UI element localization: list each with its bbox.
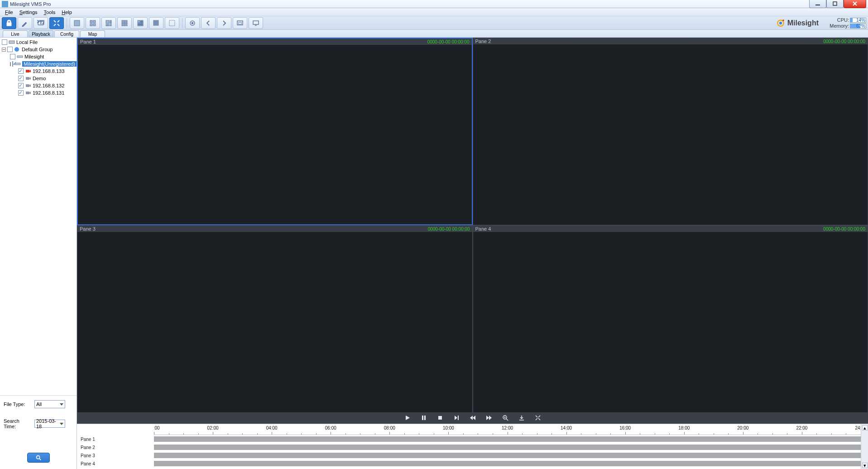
svg-rect-38 [155,20,156,21]
timeline-tick-label: 22:00 [796,425,807,430]
timeline-scrollbar[interactable]: ▴ ▾ [861,424,868,469]
timeline-track[interactable] [154,459,861,468]
maximize-button[interactable] [826,0,844,8]
checkbox[interactable] [18,76,24,81]
draw-button[interactable] [18,17,32,29]
svg-rect-49 [153,24,154,25]
tree-camera-3[interactable]: 192.168.8.132 [0,82,77,89]
collapse-icon[interactable] [10,62,11,66]
video-area: Pane 10000-00-00 00:00:00 Pane 20000-00-… [77,38,868,469]
tab-playback[interactable]: Playback [29,30,53,37]
svg-rect-35 [140,24,142,26]
tree-milesight[interactable]: Milesight [0,53,77,60]
tree-camera-4[interactable]: 192.168.8.131 [0,89,77,97]
play-button[interactable] [404,415,411,422]
tree-camera-1[interactable]: 192.168.8.133 [0,68,77,75]
svg-rect-64 [17,56,23,58]
rewind-button[interactable] [470,415,476,422]
timeline-tick-label: 02:00 [207,425,219,430]
fullscreen-playback-button[interactable] [535,415,541,422]
tree-local-file[interactable]: Local File [0,39,77,46]
checkbox[interactable] [18,68,24,74]
stop-button[interactable] [437,415,443,422]
svg-rect-8 [93,24,96,26]
timeline-track[interactable] [154,435,861,443]
prev-page-button[interactable] [201,17,216,29]
svg-rect-33 [138,24,139,26]
svg-rect-39 [156,20,157,21]
checkbox[interactable] [10,54,15,59]
svg-rect-10 [110,20,111,22]
pane-2[interactable]: Pane 20000-00-00 00:00:00 [473,38,868,225]
svg-rect-29 [138,23,139,24]
svg-rect-20 [126,22,127,24]
svg-marker-69 [29,77,31,80]
svg-marker-82 [473,416,475,420]
tree-default-group[interactable]: Default Group [0,46,77,53]
scroll-down-icon[interactable]: ▾ [862,463,868,468]
chevron-down-icon [60,403,63,406]
tab-map[interactable]: Map [80,30,105,37]
brand-logo: Milesight [777,19,819,27]
tree-camera-demo[interactable]: Demo [0,75,77,82]
timeline-track[interactable] [154,451,861,459]
snapshot-button[interactable] [233,17,247,29]
camera-icon [25,76,31,81]
next-page-button[interactable] [217,17,231,29]
pane-timestamp: 0000-00-00 00:00:00 [428,227,470,232]
fast-forward-button[interactable] [486,415,492,422]
layout-1-button[interactable] [70,17,84,29]
layout-16-button[interactable] [149,17,163,29]
svg-rect-58 [253,21,259,24]
record-button[interactable] [185,17,200,29]
checkbox[interactable] [12,61,13,67]
svg-marker-67 [29,70,31,73]
menu-tools[interactable]: Tools [41,9,59,15]
collapse-icon[interactable] [2,48,6,52]
search-button[interactable] [27,453,50,463]
layout-13-button[interactable] [133,17,148,29]
timeline-track[interactable] [154,443,861,451]
layout-custom-button[interactable] [165,17,179,29]
zoom-button[interactable] [502,415,508,422]
step-forward-button[interactable] [453,415,460,422]
menu-settings[interactable]: Settings [16,9,41,15]
download-button[interactable] [518,415,525,422]
menu-help[interactable]: Help [58,9,75,15]
tab-live[interactable]: Live [3,30,28,37]
pause-button[interactable] [421,415,427,422]
checkbox[interactable] [18,90,24,96]
timeline-tick-label: 08:00 [384,425,395,430]
tab-config[interactable]: Config [54,30,79,37]
pane-1[interactable]: Pane 10000-00-00 00:00:00 [77,38,473,225]
lock-button[interactable] [2,17,16,29]
file-type-select[interactable]: All [34,400,65,408]
layout-6-button[interactable] [101,17,116,29]
svg-rect-80 [458,416,459,420]
pane-4[interactable]: Pane 40000-00-00 00:00:00 [473,225,868,413]
timeline-axis[interactable]: 00:0002:0004:0006:0008:0010:0012:0014:00… [154,424,861,469]
fullscreen-button[interactable] [49,17,64,29]
checkbox[interactable] [18,83,24,88]
svg-rect-52 [158,24,158,25]
close-button[interactable] [844,0,866,8]
menu-file[interactable]: File [2,9,16,15]
pane-3[interactable]: Pane 30000-00-00 00:00:00 [77,225,473,413]
pane-title: Pane 4 [475,226,491,232]
monitor-button[interactable] [249,17,263,29]
pane-timestamp: 0000-00-00 00:00:00 [427,39,470,44]
svg-point-63 [14,47,19,52]
svg-rect-66 [26,70,29,73]
checkbox[interactable] [7,47,13,52]
layout-9-button[interactable] [117,17,132,29]
svg-rect-40 [158,20,158,21]
layout-4-button[interactable] [86,17,100,29]
minimize-button[interactable] [809,0,826,8]
search-time-select[interactable]: 2015-03-18 [34,420,65,428]
checkbox[interactable] [2,39,7,45]
svg-rect-57 [239,22,241,24]
ptz-button[interactable]: PTZ [34,17,48,29]
scroll-up-icon[interactable]: ▴ [862,425,868,430]
tree-milesight-unregistered[interactable]: Milesight(Unregistered) [0,60,77,68]
camera-icon [25,83,31,88]
